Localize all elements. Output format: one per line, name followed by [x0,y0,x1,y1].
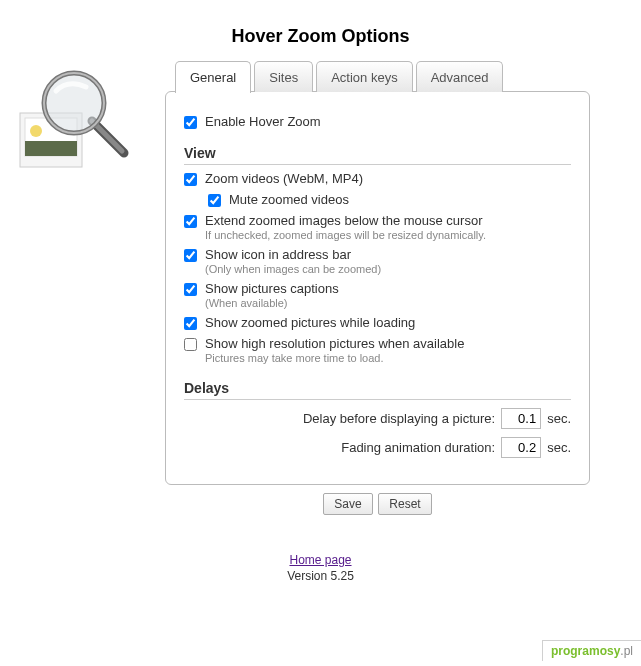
tab-bar: General Sites Action keys Advanced [165,61,590,92]
enable-hoverzoom-checkbox[interactable] [184,116,197,129]
svg-rect-2 [25,141,77,156]
show-icon-label: Show icon in address bar [205,247,351,262]
svg-point-3 [30,125,42,137]
show-icon-checkbox[interactable] [184,249,197,262]
hires-checkbox[interactable] [184,338,197,351]
captions-checkbox[interactable] [184,283,197,296]
zoom-videos-label: Zoom videos (WebM, MP4) [205,171,363,186]
extend-below-hint: If unchecked, zoomed images will be resi… [205,229,571,241]
section-delays-heading: Delays [184,380,571,400]
extend-below-checkbox[interactable] [184,215,197,228]
captions-label: Show pictures captions [205,281,339,296]
display-delay-unit: sec. [547,411,571,426]
save-button[interactable]: Save [323,493,372,515]
while-loading-checkbox[interactable] [184,317,197,330]
mute-videos-checkbox[interactable] [208,194,221,207]
mute-videos-label: Mute zoomed videos [229,192,349,207]
reset-button[interactable]: Reset [378,493,431,515]
tab-action-keys[interactable]: Action keys [316,61,412,92]
hires-hint: Pictures may take more time to load. [205,352,571,364]
app-logo [0,61,165,178]
fade-duration-label: Fading animation duration: [341,440,495,455]
extend-below-label: Extend zoomed images below the mouse cur… [205,213,482,228]
display-delay-label: Delay before displaying a picture: [303,411,495,426]
tab-general[interactable]: General [175,61,251,93]
footer: Home page Version 5.25 [0,553,641,583]
page-title: Hover Zoom Options [0,0,641,61]
tab-advanced[interactable]: Advanced [416,61,504,92]
enable-hoverzoom-label: Enable Hover Zoom [205,114,321,129]
while-loading-label: Show zoomed pictures while loading [205,315,415,330]
options-panel: Enable Hover Zoom View Zoom videos (WebM… [165,91,590,485]
hires-label: Show high resolution pictures when avail… [205,336,464,351]
fade-duration-input[interactable] [501,437,541,458]
version-text: Version 5.25 [0,569,641,583]
home-page-link[interactable]: Home page [289,553,351,567]
show-icon-hint: (Only when images can be zoomed) [205,263,571,275]
captions-hint: (When available) [205,297,571,309]
tab-sites[interactable]: Sites [254,61,313,92]
section-view-heading: View [184,145,571,165]
display-delay-input[interactable] [501,408,541,429]
zoom-videos-checkbox[interactable] [184,173,197,186]
fade-duration-unit: sec. [547,440,571,455]
